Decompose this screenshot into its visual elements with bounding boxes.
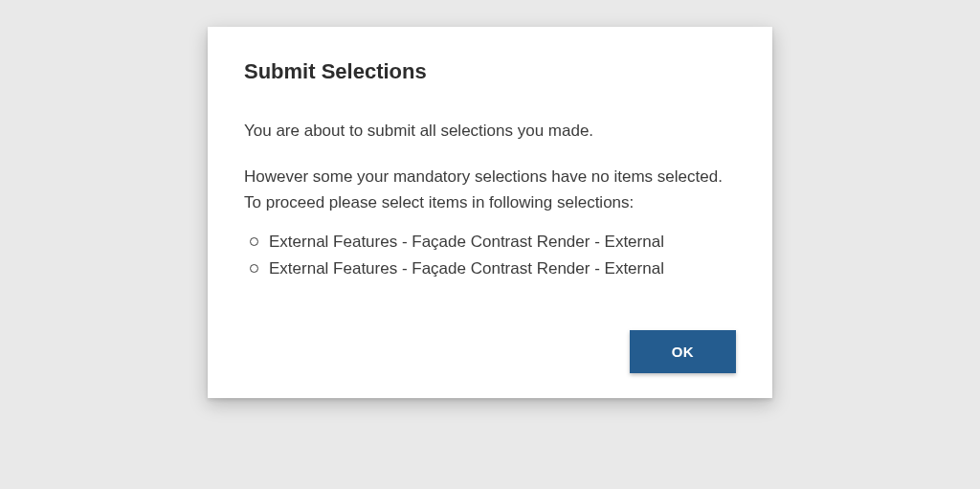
dialog-footer: OK <box>244 330 736 373</box>
dialog-body: You are about to submit all selections y… <box>244 119 736 330</box>
submit-selections-dialog: Submit Selections You are about to submi… <box>208 27 772 398</box>
dialog-intro-text: You are about to submit all selections y… <box>244 119 736 144</box>
list-item: External Features - Façade Contrast Rend… <box>250 256 736 282</box>
missing-selections-list: External Features - Façade Contrast Rend… <box>244 229 736 282</box>
ok-button[interactable]: OK <box>630 330 736 373</box>
dialog-title: Submit Selections <box>244 59 736 84</box>
dialog-warning-text: However some your mandatory selections h… <box>244 165 736 215</box>
list-item: External Features - Façade Contrast Rend… <box>250 229 736 256</box>
